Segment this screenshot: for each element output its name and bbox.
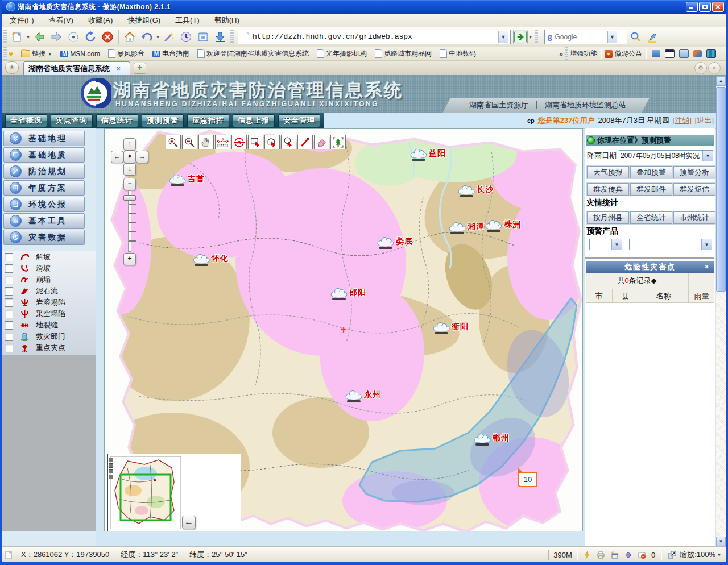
inset-tool-button[interactable] <box>109 463 113 468</box>
magic-fill-button[interactable] <box>160 28 177 45</box>
sidebar-item-base-geology[interactable]: 基础地质 <box>3 147 85 163</box>
inset-tool-button[interactable] <box>109 458 113 462</box>
scroll-up-arrow[interactable]: ▲ <box>716 76 726 86</box>
select-arrow-icon[interactable] <box>611 239 622 250</box>
stop-button[interactable] <box>99 28 116 45</box>
map-zoom-minus-button[interactable] <box>123 178 136 190</box>
new-tab-button[interactable] <box>9 28 26 45</box>
nav-overview[interactable]: 全省概况 <box>5 114 47 127</box>
map-city-marker[interactable]: 永州 <box>345 389 381 400</box>
overview-map[interactable] <box>110 456 181 529</box>
skin-grid-icon[interactable] <box>706 49 716 58</box>
map-eraser-button[interactable] <box>314 135 329 149</box>
menu-help[interactable]: 帮助(H) <box>214 15 239 26</box>
nav-security[interactable]: 安全管理 <box>278 114 320 127</box>
new-tab-plus-button[interactable] <box>134 63 146 74</box>
checkbox[interactable] <box>5 298 13 307</box>
layer-row-karst-collapse[interactable]: 岩溶塌陷 <box>2 297 96 308</box>
charity-label[interactable]: 傲游公益 <box>615 49 642 59</box>
city-stats-button[interactable]: 市州统计 <box>673 211 715 224</box>
layer-row-ground-fissure[interactable]: 地裂缝 <box>2 319 96 331</box>
tab-active[interactable]: 湖南省地质灾害信息系统 <box>23 61 130 75</box>
zoom-caret[interactable] <box>717 552 722 558</box>
map-draw-point-button[interactable] <box>297 135 313 149</box>
map-select-polygon-button[interactable] <box>264 135 280 149</box>
menu-file[interactable]: 文件(F) <box>10 15 34 26</box>
checkbox[interactable] <box>5 321 13 330</box>
proxy-diamond-icon[interactable] <box>623 550 634 559</box>
layer-row-collapse[interactable]: 崩塌 <box>2 274 96 285</box>
mass-email-button[interactable]: 群发邮件 <box>630 183 672 196</box>
toolbar-grip[interactable] <box>3 30 7 44</box>
more-links-button[interactable]: » <box>559 50 563 58</box>
map-select-rect-button[interactable] <box>248 135 263 149</box>
close-button[interactable] <box>712 2 724 12</box>
boost-lightning-icon[interactable] <box>582 550 593 559</box>
danger-points-header[interactable]: 危险性灾害点 <box>586 261 714 273</box>
map-city-marker[interactable]: 益阳 <box>410 148 446 159</box>
menu-tools[interactable]: 工具(T) <box>175 15 200 26</box>
layer-row-slope[interactable]: 斜坡 <box>2 251 96 263</box>
charity-shield-icon[interactable] <box>605 50 613 58</box>
map-select-circle-button[interactable] <box>281 135 296 149</box>
map-zoom-plus-button[interactable] <box>123 253 136 265</box>
overview-inset[interactable] <box>107 454 241 531</box>
nav-report[interactable]: 信息上报 <box>233 114 275 127</box>
go-button[interactable] <box>513 30 528 44</box>
map-pan-down-button[interactable] <box>123 163 136 176</box>
checkbox[interactable] <box>5 344 13 352</box>
map-viewport[interactable]: ? S 吉首 益阳 长沙 湘 <box>104 128 583 531</box>
col-county[interactable]: 县 <box>613 289 639 303</box>
search-engine-dropdown[interactable] <box>607 31 617 43</box>
zoom-level[interactable]: 缩放:100% <box>680 550 715 560</box>
map-zoom-in-button[interactable] <box>166 135 181 149</box>
address-dropdown[interactable] <box>498 31 508 43</box>
link-city[interactable]: 觅路城市精品网 <box>375 49 432 59</box>
minimize-button[interactable] <box>686 2 698 12</box>
map-city-marker[interactable]: 长沙 <box>458 184 494 195</box>
weather-forecast-button[interactable]: 天气预报 <box>587 166 629 178</box>
map-pan-right-button[interactable] <box>136 151 148 163</box>
layer-row-landslide[interactable]: 滑坡 <box>2 263 96 274</box>
product-select-1[interactable] <box>589 239 622 250</box>
map-full-extent-button[interactable] <box>330 135 346 149</box>
history-dropdown-button[interactable] <box>65 28 82 45</box>
nav-query[interactable]: 灾点查询 <box>51 114 93 127</box>
checkbox[interactable] <box>5 310 13 318</box>
history-clock-button[interactable] <box>177 28 195 45</box>
addressbar-grip[interactable] <box>230 30 234 44</box>
banner-link-monitor-station[interactable]: 湖南省地质环境监测总站 <box>545 100 626 110</box>
screen-capture-button[interactable] <box>195 28 212 45</box>
map-measure-button[interactable]: ? <box>215 135 230 149</box>
layer-row-mining-collapse[interactable]: 采空塌陷 <box>2 308 96 319</box>
rain-date-select[interactable]: 2007年05月05日08时实况 <box>619 150 713 161</box>
inset-tool-button[interactable] <box>109 469 113 473</box>
menu-view[interactable]: 查看(V) <box>49 15 73 26</box>
map-city-marker[interactable]: 株洲 <box>485 219 521 230</box>
blocked-content-icon[interactable] <box>637 550 647 559</box>
map-city-marker[interactable]: 怀化 <box>193 253 229 264</box>
notes-icon[interactable] <box>679 49 689 58</box>
map-city-marker[interactable]: 衡阳 <box>433 321 469 332</box>
checkbox[interactable] <box>5 287 13 296</box>
mass-fax-button[interactable]: 群发传真 <box>587 183 629 196</box>
checkbox[interactable] <box>5 276 13 284</box>
link-welcome[interactable]: 欢迎登陆湖南省地质灾害信息系统 <box>197 49 309 59</box>
map-pan-center-button[interactable] <box>123 151 136 163</box>
menu-favorites[interactable]: 收藏(A) <box>88 15 113 26</box>
page-scrollbar[interactable]: ▲ ▼ <box>716 76 726 546</box>
overlay-warning-button[interactable]: 叠加预警 <box>630 166 672 178</box>
printer-icon[interactable] <box>596 550 606 559</box>
checkbox[interactable] <box>5 333 13 341</box>
sidebar-item-env-bulletin[interactable]: 环境公报 <box>3 197 85 212</box>
title-bar[interactable]: 湖南省地质灾害信息系统 - 傲游(Maxthon) 2.1.1 <box>2 0 726 14</box>
window-tool-icon[interactable] <box>665 49 675 58</box>
warning-analysis-button[interactable]: 预警分析 <box>673 166 715 178</box>
product-select-2[interactable] <box>629 239 712 250</box>
inset-tool-button[interactable] <box>109 475 113 479</box>
enhance-label[interactable]: 增强功能 <box>570 49 597 59</box>
mass-sms-button[interactable]: 群发短信 <box>673 183 715 196</box>
col-city[interactable]: 市 <box>586 289 613 303</box>
zoom-resize-icon[interactable] <box>667 550 677 559</box>
menu-groups[interactable]: 快捷组(G) <box>127 15 160 26</box>
